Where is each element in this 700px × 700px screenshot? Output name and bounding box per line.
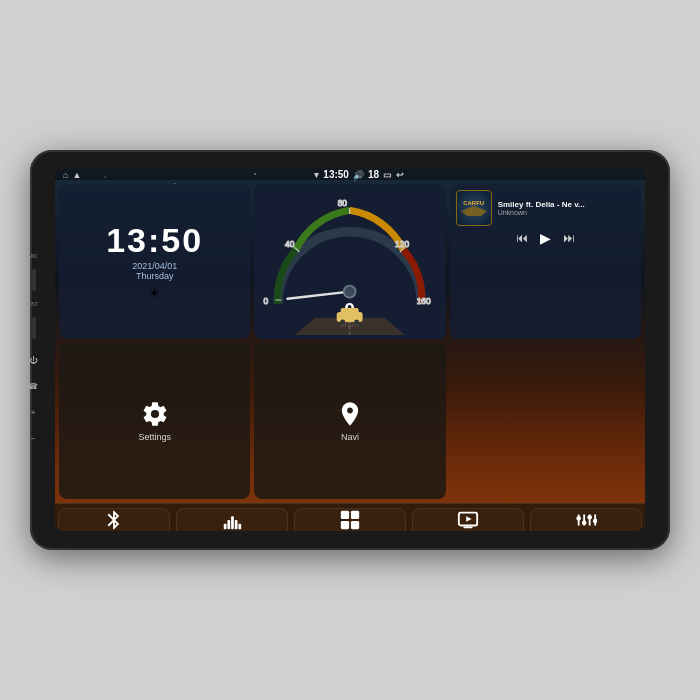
svg-rect-39 [351, 511, 359, 519]
settings-icon [141, 400, 169, 428]
clock-widget: 13:50 2021/04/01 Thursday ☀ [59, 184, 250, 339]
status-bar: ⌂ ▲ ▾ 13:50 🔊 18 ▭ ↩ [55, 169, 645, 180]
svg-point-30 [340, 320, 345, 325]
weather-icon: ☀ [148, 285, 161, 301]
back-status-icon: ↩ [396, 170, 404, 180]
radio-icon [221, 509, 243, 531]
upload-status-icon: ▲ [72, 170, 81, 180]
settings-widget[interactable]: Settings [59, 343, 250, 498]
next-button[interactable]: ⏭ [563, 231, 575, 245]
main-content-grid: 13:50 2021/04/01 Thursday ☀ [55, 180, 645, 503]
music-title: Smiley ft. Delia - Ne v... [498, 200, 635, 209]
svg-rect-38 [341, 511, 349, 519]
video-player-icon [457, 509, 479, 531]
svg-point-46 [576, 516, 581, 521]
prev-button[interactable]: ⏮ [516, 231, 528, 245]
svg-rect-41 [351, 521, 359, 529]
speedometer-widget: 0 40 80 120 160 [254, 184, 445, 339]
side-button-panel: MIC RST ⏻ ☎ + − [24, 253, 42, 447]
equalizer-icon [575, 509, 597, 531]
clock-time-display: 13:50 [106, 223, 203, 257]
svg-rect-37 [238, 524, 241, 530]
status-time: 13:50 [323, 169, 349, 180]
svg-rect-29 [341, 308, 359, 315]
play-button[interactable]: ▶ [540, 230, 551, 246]
svg-rect-33 [224, 524, 227, 530]
clock-date: 2021/04/01 Thursday [132, 261, 177, 281]
app-bar: Bluetooth Radio [55, 503, 645, 531]
svg-point-52 [593, 519, 597, 524]
music-top: CARFU Smiley ft. Delia - Ne v... Unknown [456, 190, 635, 226]
status-center: ▾ 13:50 🔊 18 ▭ ↩ [314, 169, 404, 180]
volume-up-icon[interactable]: + [24, 403, 42, 421]
power-icon[interactable]: ⏻ [24, 351, 42, 369]
volume-down-icon[interactable]: − [24, 429, 42, 447]
svg-marker-32 [461, 206, 487, 216]
car-head-unit: MIC RST ⏻ ☎ + − [30, 150, 670, 550]
svg-rect-44 [463, 526, 472, 528]
music-widget: CARFU Smiley ft. Delia - Ne v... Unknown [450, 184, 641, 339]
wifi-status-icon: ▾ [314, 170, 319, 180]
status-signal: 18 [368, 169, 379, 180]
svg-rect-34 [227, 520, 230, 529]
video-player-app-item[interactable]: Video Player [412, 508, 524, 531]
svg-point-50 [587, 515, 592, 520]
svg-rect-35 [231, 516, 234, 529]
music-artist: Unknown [498, 209, 635, 216]
screen-bezel: ⌂ ▲ ▾ 13:50 🔊 18 ▭ ↩ 13:50 [55, 169, 645, 531]
svg-point-23 [344, 286, 356, 298]
svg-text:40: 40 [285, 239, 295, 249]
equalizer-app-item[interactable]: Equalizer [530, 508, 642, 531]
phone-icon[interactable]: ☎ [24, 377, 42, 395]
settings-label: Settings [138, 432, 171, 442]
weather-display: ☀ [148, 285, 161, 301]
svg-point-31 [354, 320, 359, 325]
svg-marker-43 [466, 516, 472, 522]
svg-rect-40 [341, 521, 349, 529]
album-text: CARFU [461, 200, 487, 217]
svg-point-48 [582, 520, 587, 525]
battery-status-icon: ▭ [383, 170, 392, 180]
svg-text:120: 120 [395, 239, 409, 249]
mic-label: MIC [28, 253, 37, 259]
status-left: ⌂ ▲ [63, 170, 81, 180]
music-album-art: CARFU [456, 190, 492, 226]
main-screen: ⌂ ▲ ▾ 13:50 🔊 18 ▭ ↩ 13:50 [55, 169, 645, 531]
bluetooth-icon [103, 509, 125, 531]
navi-widget[interactable]: Navi [254, 343, 445, 498]
navi-label: Navi [341, 432, 359, 442]
music-info: Smiley ft. Delia - Ne v... Unknown [498, 200, 635, 216]
music-controls[interactable]: ⏮ ▶ ⏭ [456, 230, 635, 246]
apps-app-item[interactable]: Apps [294, 508, 406, 531]
rst-label: RST [28, 301, 38, 307]
svg-rect-36 [235, 520, 238, 529]
radio-app-item[interactable]: Radio [176, 508, 288, 531]
road-scene [254, 300, 445, 335]
apps-icon [339, 509, 361, 531]
navi-icon [336, 400, 364, 428]
rst-button[interactable] [31, 317, 36, 339]
bluetooth-app-item[interactable]: Bluetooth [58, 508, 170, 531]
mic-button[interactable] [31, 269, 36, 291]
svg-text:80: 80 [338, 198, 348, 208]
home-status-icon: ⌂ [63, 170, 68, 180]
volume-status-icon: 🔊 [353, 170, 364, 180]
